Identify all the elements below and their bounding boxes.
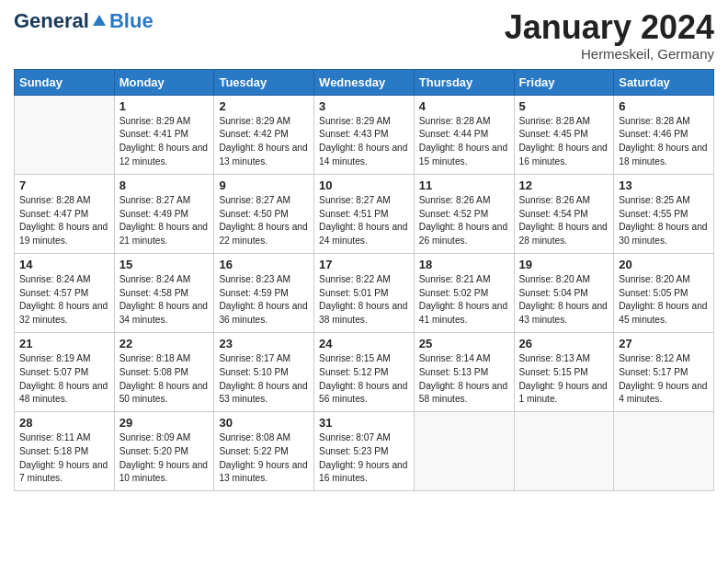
weekday-header: Friday — [514, 69, 614, 95]
cell-info: Sunrise: 8:28 AMSunset: 4:45 PMDaylight:… — [519, 116, 608, 167]
calendar-cell: 24Sunrise: 8:15 AMSunset: 5:12 PMDayligh… — [314, 332, 415, 411]
day-number: 17 — [319, 258, 409, 271]
cell-info: Sunrise: 8:27 AMSunset: 4:49 PMDaylight:… — [119, 195, 208, 246]
day-number: 15 — [119, 258, 210, 271]
calendar-cell: 6Sunrise: 8:28 AMSunset: 4:46 PMDaylight… — [614, 95, 714, 174]
cell-info: Sunrise: 8:24 AMSunset: 4:57 PMDaylight:… — [19, 274, 108, 325]
cell-info: Sunrise: 8:09 AMSunset: 5:20 PMDaylight:… — [119, 432, 208, 483]
calendar-cell: 17Sunrise: 8:22 AMSunset: 5:01 PMDayligh… — [314, 253, 415, 332]
calendar-table: SundayMondayTuesdayWednesdayThursdayFrid… — [14, 69, 714, 492]
day-number: 5 — [519, 99, 609, 113]
day-number: 7 — [19, 178, 109, 192]
calendar-week-row: 14Sunrise: 8:24 AMSunset: 4:57 PMDayligh… — [15, 253, 714, 332]
cell-info: Sunrise: 8:19 AMSunset: 5:07 PMDaylight:… — [19, 353, 108, 404]
calendar-cell: 4Sunrise: 8:28 AMSunset: 4:44 PMDaylight… — [414, 95, 514, 174]
calendar-cell — [414, 412, 514, 491]
cell-info: Sunrise: 8:29 AMSunset: 4:41 PMDaylight:… — [119, 116, 208, 167]
cell-info: Sunrise: 8:15 AMSunset: 5:12 PMDaylight:… — [319, 353, 407, 404]
weekday-header: Thursday — [414, 69, 514, 95]
cell-info: Sunrise: 8:14 AMSunset: 5:13 PMDaylight:… — [419, 353, 507, 404]
day-number: 29 — [119, 416, 210, 430]
calendar-cell: 8Sunrise: 8:27 AMSunset: 4:49 PMDaylight… — [114, 174, 214, 253]
day-number: 11 — [419, 178, 509, 192]
calendar-cell: 9Sunrise: 8:27 AMSunset: 4:50 PMDaylight… — [214, 174, 314, 253]
cell-info: Sunrise: 8:25 AMSunset: 4:55 PMDaylight:… — [619, 195, 707, 246]
cell-info: Sunrise: 8:21 AMSunset: 5:02 PMDaylight:… — [419, 274, 507, 325]
calendar-cell: 20Sunrise: 8:20 AMSunset: 5:05 PMDayligh… — [614, 253, 714, 332]
cell-info: Sunrise: 8:26 AMSunset: 4:52 PMDaylight:… — [419, 195, 507, 246]
cell-info: Sunrise: 8:08 AMSunset: 5:22 PMDaylight:… — [219, 432, 307, 483]
cell-info: Sunrise: 8:13 AMSunset: 5:15 PMDaylight:… — [519, 353, 608, 404]
day-number: 8 — [119, 178, 210, 192]
calendar-cell: 23Sunrise: 8:17 AMSunset: 5:10 PMDayligh… — [214, 332, 314, 411]
weekday-header: Monday — [114, 69, 214, 95]
day-number: 1 — [119, 99, 210, 113]
calendar-week-row: 7Sunrise: 8:28 AMSunset: 4:47 PMDaylight… — [15, 174, 714, 253]
day-number: 19 — [519, 258, 609, 271]
calendar-cell: 3Sunrise: 8:29 AMSunset: 4:43 PMDaylight… — [314, 95, 415, 174]
cell-info: Sunrise: 8:20 AMSunset: 5:05 PMDaylight:… — [619, 274, 707, 325]
calendar-cell — [15, 95, 115, 174]
weekday-header: Saturday — [614, 69, 714, 95]
weekday-header: Sunday — [15, 69, 115, 95]
logo-icon — [91, 13, 108, 29]
calendar-cell: 5Sunrise: 8:28 AMSunset: 4:45 PMDaylight… — [514, 95, 614, 174]
calendar-cell: 12Sunrise: 8:26 AMSunset: 4:54 PMDayligh… — [514, 174, 614, 253]
calendar-cell: 15Sunrise: 8:24 AMSunset: 4:58 PMDayligh… — [114, 253, 214, 332]
cell-info: Sunrise: 8:26 AMSunset: 4:54 PMDaylight:… — [519, 195, 608, 246]
day-number: 30 — [219, 416, 309, 430]
page-header: General Blue January 2024 Hermeskeil, Ge… — [14, 9, 714, 62]
cell-info: Sunrise: 8:22 AMSunset: 5:01 PMDaylight:… — [319, 274, 407, 325]
month-title: January 2024 — [505, 9, 714, 46]
day-number: 2 — [219, 99, 309, 113]
day-number: 6 — [619, 99, 709, 113]
calendar-cell: 31Sunrise: 8:07 AMSunset: 5:23 PMDayligh… — [314, 412, 415, 491]
calendar-cell: 7Sunrise: 8:28 AMSunset: 4:47 PMDaylight… — [15, 174, 115, 253]
weekday-header: Wednesday — [314, 69, 415, 95]
day-number: 18 — [419, 258, 509, 271]
day-number: 10 — [319, 178, 409, 192]
calendar-cell: 10Sunrise: 8:27 AMSunset: 4:51 PMDayligh… — [314, 174, 415, 253]
logo-general-text: General — [14, 9, 89, 33]
title-block: January 2024 Hermeskeil, Germany — [505, 9, 714, 62]
calendar-cell: 25Sunrise: 8:14 AMSunset: 5:13 PMDayligh… — [414, 332, 514, 411]
calendar-week-row: 1Sunrise: 8:29 AMSunset: 4:41 PMDaylight… — [15, 95, 714, 174]
logo-blue-text: Blue — [109, 9, 154, 33]
calendar-week-row: 21Sunrise: 8:19 AMSunset: 5:07 PMDayligh… — [15, 332, 714, 411]
cell-info: Sunrise: 8:17 AMSunset: 5:10 PMDaylight:… — [219, 353, 307, 404]
calendar-cell: 19Sunrise: 8:20 AMSunset: 5:04 PMDayligh… — [514, 253, 614, 332]
cell-info: Sunrise: 8:11 AMSunset: 5:18 PMDaylight:… — [19, 432, 108, 483]
day-number: 22 — [119, 337, 210, 350]
logo: General Blue — [14, 9, 154, 33]
cell-info: Sunrise: 8:20 AMSunset: 5:04 PMDaylight:… — [519, 274, 608, 325]
day-number: 23 — [219, 337, 309, 350]
calendar-cell: 2Sunrise: 8:29 AMSunset: 4:42 PMDaylight… — [214, 95, 314, 174]
weekday-header-row: SundayMondayTuesdayWednesdayThursdayFrid… — [15, 69, 714, 95]
day-number: 21 — [19, 337, 109, 350]
calendar-cell: 26Sunrise: 8:13 AMSunset: 5:15 PMDayligh… — [514, 332, 614, 411]
day-number: 25 — [419, 337, 509, 350]
day-number: 14 — [19, 258, 109, 271]
cell-info: Sunrise: 8:07 AMSunset: 5:23 PMDaylight:… — [319, 432, 407, 483]
calendar-cell: 21Sunrise: 8:19 AMSunset: 5:07 PMDayligh… — [15, 332, 115, 411]
day-number: 16 — [219, 258, 309, 271]
weekday-header: Tuesday — [214, 69, 314, 95]
cell-info: Sunrise: 8:18 AMSunset: 5:08 PMDaylight:… — [119, 353, 208, 404]
svg-marker-0 — [93, 15, 106, 26]
calendar-cell: 1Sunrise: 8:29 AMSunset: 4:41 PMDaylight… — [114, 95, 214, 174]
cell-info: Sunrise: 8:24 AMSunset: 4:58 PMDaylight:… — [119, 274, 208, 325]
cell-info: Sunrise: 8:23 AMSunset: 4:59 PMDaylight:… — [219, 274, 307, 325]
calendar-cell: 16Sunrise: 8:23 AMSunset: 4:59 PMDayligh… — [214, 253, 314, 332]
calendar-cell: 30Sunrise: 8:08 AMSunset: 5:22 PMDayligh… — [214, 412, 314, 491]
day-number: 20 — [619, 258, 709, 271]
calendar-cell: 28Sunrise: 8:11 AMSunset: 5:18 PMDayligh… — [15, 412, 115, 491]
calendar-week-row: 28Sunrise: 8:11 AMSunset: 5:18 PMDayligh… — [15, 412, 714, 491]
cell-info: Sunrise: 8:29 AMSunset: 4:43 PMDaylight:… — [319, 116, 407, 167]
day-number: 26 — [519, 337, 609, 350]
day-number: 28 — [19, 416, 109, 430]
calendar-cell: 13Sunrise: 8:25 AMSunset: 4:55 PMDayligh… — [614, 174, 714, 253]
day-number: 13 — [619, 178, 709, 192]
cell-info: Sunrise: 8:28 AMSunset: 4:46 PMDaylight:… — [619, 116, 707, 167]
day-number: 9 — [219, 178, 309, 192]
cell-info: Sunrise: 8:12 AMSunset: 5:17 PMDaylight:… — [619, 353, 707, 404]
